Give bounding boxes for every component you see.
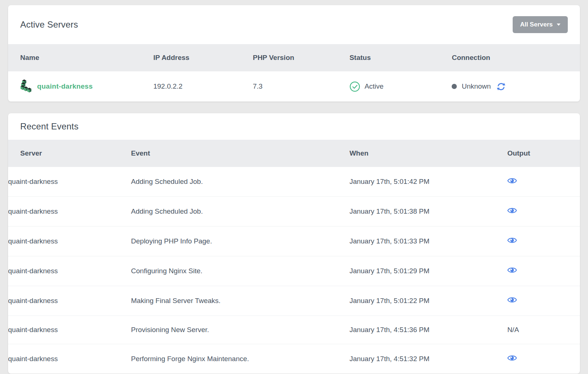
view-output-button[interactable] — [507, 207, 517, 214]
column-connection: Connection — [452, 44, 580, 71]
all-servers-dropdown[interactable]: All Servers — [513, 16, 568, 33]
event-row: quaint-darkness Making Final Server Twea… — [8, 286, 580, 316]
event-when: January 17th, 5:01:29 PM — [349, 256, 507, 286]
active-servers-header: Active Servers All Servers — [8, 5, 580, 44]
event-server: quaint-darkness — [8, 286, 131, 316]
server-name-link[interactable]: quaint-darkness — [37, 82, 93, 90]
event-description: Adding Scheduled Job. — [131, 167, 349, 197]
active-servers-title: Active Servers — [20, 19, 78, 30]
event-when: January 17th, 5:01:22 PM — [349, 286, 507, 316]
event-row: quaint-darkness Performing Forge Nginx M… — [8, 344, 580, 374]
server-php-version: 7.3 — [253, 71, 349, 101]
column-php-version: PHP Version — [253, 44, 349, 71]
event-description: Configuring Nginx Site. — [131, 256, 349, 286]
view-output-button[interactable] — [507, 266, 517, 274]
output-not-available: N/A — [507, 326, 519, 334]
eye-icon — [507, 177, 517, 185]
caret-down-icon — [557, 24, 560, 26]
column-name: Name — [8, 44, 153, 71]
column-event: Event — [131, 140, 349, 167]
event-server: quaint-darkness — [8, 227, 131, 256]
event-description: Provisioning New Server. — [131, 316, 349, 344]
event-description: Performing Forge Nginx Maintenance. — [131, 344, 349, 374]
refresh-connection-button[interactable] — [496, 82, 506, 91]
dashboard-page: Active Servers All Servers Name IP Addre… — [0, 0, 588, 374]
recent-events-table: Server Event When Output quaint-darkness… — [8, 140, 580, 374]
eye-icon — [507, 266, 517, 274]
server-provider-icon — [20, 79, 32, 93]
active-servers-table: Name IP Address PHP Version Status Conne… — [8, 44, 580, 101]
column-server: Server — [8, 140, 131, 167]
connection-status-text: Unknown — [462, 82, 491, 90]
event-server: quaint-darkness — [8, 344, 131, 374]
event-server: quaint-darkness — [8, 256, 131, 286]
all-servers-dropdown-label: All Servers — [520, 21, 553, 28]
column-status: Status — [349, 44, 452, 71]
eye-icon — [507, 354, 517, 362]
event-row: quaint-darkness Adding Scheduled Job. Ja… — [8, 167, 580, 197]
view-output-button[interactable] — [507, 354, 517, 362]
event-description: Adding Scheduled Job. — [131, 197, 349, 227]
view-output-button[interactable] — [507, 177, 517, 185]
event-row: quaint-darkness Provisioning New Server.… — [8, 316, 580, 344]
event-server: quaint-darkness — [8, 197, 131, 227]
event-when: January 17th, 5:01:38 PM — [349, 197, 507, 227]
recent-events-title: Recent Events — [20, 121, 79, 132]
recent-events-panel: Recent Events Server Event When Output q… — [8, 113, 580, 374]
column-output: Output — [507, 140, 580, 167]
server-ip: 192.0.2.2 — [153, 71, 253, 101]
recent-events-header: Recent Events — [8, 113, 580, 140]
event-when: January 17th, 5:01:42 PM — [349, 167, 507, 197]
eye-icon — [507, 236, 517, 244]
server-status-text: Active — [365, 82, 384, 90]
event-when: January 17th, 5:01:33 PM — [349, 227, 507, 256]
event-when: January 17th, 4:51:32 PM — [349, 344, 507, 374]
connection-status-dot-icon — [452, 84, 457, 89]
events-table-header-row: Server Event When Output — [8, 140, 580, 167]
event-row: quaint-darkness Configuring Nginx Site. … — [8, 256, 580, 286]
event-row: quaint-darkness Deploying PHP Info Page.… — [8, 227, 580, 256]
event-when: January 17th, 4:51:36 PM — [349, 316, 507, 344]
event-description: Deploying PHP Info Page. — [131, 227, 349, 256]
active-servers-panel: Active Servers All Servers Name IP Addre… — [8, 5, 580, 101]
view-output-button[interactable] — [507, 296, 517, 304]
column-when: When — [349, 140, 507, 167]
event-description: Making Final Server Tweaks. — [131, 286, 349, 316]
event-row: quaint-darkness Adding Scheduled Job. Ja… — [8, 197, 580, 227]
servers-table-header-row: Name IP Address PHP Version Status Conne… — [8, 44, 580, 71]
refresh-icon — [496, 82, 506, 91]
event-server: quaint-darkness — [8, 316, 131, 344]
column-ip-address: IP Address — [153, 44, 253, 71]
eye-icon — [507, 296, 517, 304]
view-output-button[interactable] — [507, 236, 517, 244]
event-server: quaint-darkness — [8, 167, 131, 197]
eye-icon — [507, 207, 517, 214]
server-row: quaint-darkness 192.0.2.2 7.3 — [8, 71, 580, 101]
check-circle-icon — [349, 81, 360, 92]
